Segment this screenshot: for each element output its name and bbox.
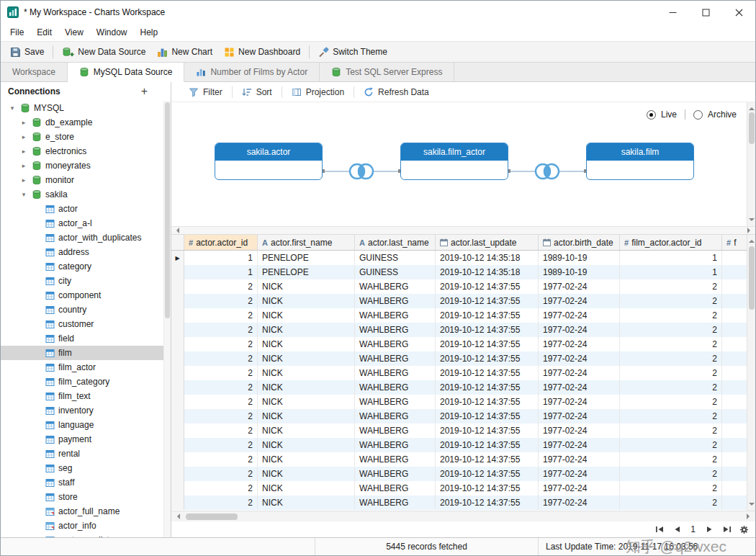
menu-edit[interactable]: Edit [30,25,58,40]
menu-file[interactable]: File [4,25,30,40]
table-row[interactable]: 2NICKWAHLBERG2019-10-12 14:37:551977-02-… [171,467,747,481]
collapse-arrow-icon[interactable]: ▾ [8,104,17,112]
tree-item-actor[interactable]: actor [1,202,163,216]
grid-scrollbar-thumb[interactable] [749,246,755,310]
tree-item-actor-info[interactable]: actor_info [1,519,163,533]
tree-item-field[interactable]: field [1,331,163,346]
grid-hscrollbar-thumb[interactable] [186,514,238,520]
column-header-film-actor-actor-id[interactable]: #film_actor.actor_id [620,235,722,250]
tree-item-e-store[interactable]: ▸e_store [1,130,163,144]
tree-item-address[interactable]: address [1,245,163,259]
table-row[interactable]: 2NICKWAHLBERG2019-10-12 14:37:551977-02-… [171,496,747,510]
grid-hscrollbar[interactable] [171,511,755,521]
table-row[interactable]: 2NICKWAHLBERG2019-10-12 14:37:551977-02-… [171,323,747,337]
join-icon[interactable] [346,161,377,181]
table-node-sakila-film-actor[interactable]: sakila.film_actor [400,143,508,180]
table-row[interactable]: 2NICKWAHLBERG2019-10-12 14:37:551977-02-… [171,380,747,395]
table-row[interactable]: 2NICKWAHLBERG2019-10-12 14:37:551977-02-… [171,308,747,323]
table-row[interactable]: 2NICKWAHLBERG2019-10-12 14:37:551977-02-… [171,409,747,423]
archive-radio[interactable] [693,110,703,120]
tree-item-actor-with-duplicates[interactable]: actor_with_duplicates [1,230,163,245]
new-data-source-button[interactable]: New Data Source [56,44,151,60]
tree-item-film-actor[interactable]: film_actor [1,360,163,375]
tree-item-film[interactable]: film [1,346,163,360]
previous-record-button[interactable] [671,524,683,535]
tree-item-language[interactable]: language [1,418,163,432]
tree-item-actor-full-name[interactable]: actor_full_name [1,504,163,519]
new-dashboard-button[interactable]: New Dashboard [218,44,306,60]
grid-scrollbar[interactable] [747,235,755,511]
close-button[interactable] [722,1,755,24]
tree-scrollbar[interactable] [163,101,171,537]
tab-number-of-films-by-actor[interactable]: Number of Films by Actor [184,63,320,82]
filter-button[interactable]: Filter [181,85,230,99]
tree-item-payment[interactable]: payment [1,432,163,447]
column-header-actor-actor-id[interactable]: #actor.actor_id [184,235,258,250]
expand-arrow-icon[interactable]: ▸ [19,148,28,155]
column-header-actor-last-name[interactable]: Aactor.last_name [355,235,436,250]
menu-window[interactable]: Window [90,25,134,40]
collapse-arrow-icon[interactable]: ▾ [19,191,28,198]
expand-arrow-icon[interactable]: ▸ [19,176,28,184]
tree-item-category[interactable]: category [1,259,163,274]
table-row[interactable]: 2NICKWAHLBERG2019-10-12 14:37:551977-02-… [171,366,747,380]
table-row[interactable]: 2NICKWAHLBERG2019-10-12 14:37:551977-02-… [171,337,747,351]
settings-button[interactable] [738,524,750,535]
menu-view[interactable]: View [58,25,90,40]
tab-test-sql-server-express[interactable]: Test SQL Server Express [320,63,454,82]
diagram-scrollbar[interactable] [747,102,755,226]
tree-item-component[interactable]: component [1,288,163,302]
tree-item-staff[interactable]: staff [1,475,163,490]
maximize-button[interactable] [689,1,722,24]
table-row[interactable]: ▶1PENELOPEGUINESS2019-10-12 14:35:181989… [171,251,747,265]
tree-item-moneyrates[interactable]: ▸moneyrates [1,158,163,173]
last-record-button[interactable] [721,524,732,535]
minimize-button[interactable] [656,1,689,24]
table-row[interactable]: 1PENELOPEGUINESS2019-10-12 14:35:181989-… [171,265,747,279]
column-header-actor-last-update[interactable]: actor.last_update [436,235,539,250]
table-row[interactable]: 2NICKWAHLBERG2019-10-12 14:37:551977-02-… [171,423,747,438]
tree-item-city[interactable]: city [1,274,163,288]
first-record-button[interactable] [654,524,665,535]
tree-item-electronics[interactable]: ▸electronics [1,144,163,158]
projection-button[interactable]: Projection [284,85,351,99]
tree-item-mysql[interactable]: ▾MYSQL [1,101,163,115]
table-row[interactable]: 2NICKWAHLBERG2019-10-12 14:37:551977-02-… [171,279,747,294]
table-row[interactable]: 2NICKWAHLBERG2019-10-12 14:37:551977-02-… [171,481,747,496]
tree-item-seg[interactable]: seg [1,461,163,475]
expand-arrow-icon[interactable]: ▸ [19,133,28,140]
tree-item-customer[interactable]: customer [1,317,163,331]
tab-workspace[interactable]: Workspace [1,63,68,82]
tree-item-actor-a-l[interactable]: actor_a-l [1,216,163,230]
table-node-sakila-actor[interactable]: sakila.actor [215,143,323,180]
switch-theme-button[interactable]: Switch Theme [312,44,393,60]
live-radio[interactable] [647,110,656,120]
tree-item-sakila[interactable]: ▾sakila [1,187,163,202]
column-header-actor-first-name[interactable]: Aactor.first_name [258,235,355,250]
new-chart-button[interactable]: New Chart [151,44,218,60]
tree-scrollbar-thumb[interactable] [165,102,170,318]
next-record-button[interactable] [703,524,715,535]
table-node-sakila-film[interactable]: sakila.film [586,143,694,180]
tab-mysql-data-source[interactable]: MySQL Data Source [68,63,185,82]
tree-item-monitor[interactable]: ▸monitor [1,173,163,187]
expand-arrow-icon[interactable]: ▸ [19,162,28,169]
column-header-actor-birth-date[interactable]: actor.birth_date [539,235,620,250]
table-row[interactable]: 2NICKWAHLBERG2019-10-12 14:37:551977-02-… [171,294,747,308]
tree-item-film-category[interactable]: film_category [1,375,163,389]
tree-item-rental[interactable]: rental [1,447,163,461]
tree-item-country[interactable]: country [1,302,163,317]
diagram-hscrollbar[interactable] [171,226,755,235]
save-button[interactable]: Save [4,44,50,60]
table-row[interactable]: 2NICKWAHLBERG2019-10-12 14:37:551977-02-… [171,395,747,409]
table-row[interactable]: 2NICKWAHLBERG2019-10-12 14:37:551977-02-… [171,438,747,452]
sort-button[interactable]: Sort [235,85,279,99]
column-header-f[interactable]: #f [722,235,748,250]
add-connection-button[interactable]: + [141,85,148,98]
refresh-data-button[interactable]: Refresh Data [356,85,436,99]
tree-item-customer-list[interactable]: customer_list [1,533,163,537]
diagram-scrollbar-thumb[interactable] [749,112,755,144]
tree-item-film-text[interactable]: film_text [1,389,163,403]
tree-item-inventory[interactable]: inventory [1,403,163,418]
menu-help[interactable]: Help [134,25,165,40]
